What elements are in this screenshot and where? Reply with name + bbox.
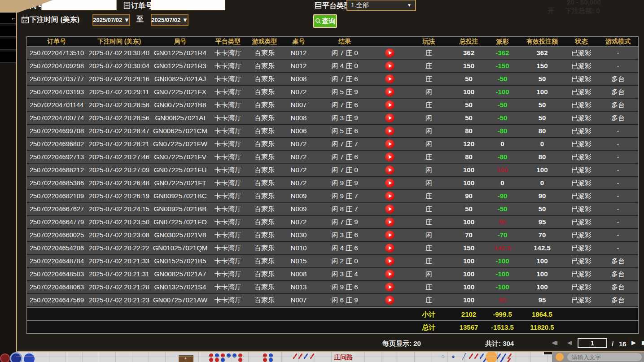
cell-valid: 100 [520, 281, 565, 293]
order-no-input[interactable] [151, 0, 225, 10]
cell-method: 闲 [405, 138, 452, 150]
cell-payout: 100 [485, 164, 520, 176]
cell-platform: 卡卡湾厅 [209, 47, 247, 59]
cell-replay [374, 294, 405, 306]
play-replay-button[interactable] [385, 74, 394, 83]
play-replay-button[interactable] [385, 192, 394, 201]
cell-replay [374, 125, 405, 137]
play-replay-button[interactable] [385, 166, 394, 174]
empty-cell [282, 308, 315, 320]
cell-result: 闲 7 庄 6 [315, 151, 374, 163]
cell-result: 闲 7 庄 0 [315, 164, 374, 176]
play-replay-button[interactable] [385, 48, 394, 57]
total-row: 总计13567-1513.511820.5 [27, 320, 638, 333]
cell-mode: - [598, 190, 638, 202]
cell-time: 2025-07-02 20:29:11 [87, 86, 152, 98]
empty-cell [87, 321, 152, 333]
date-to-select[interactable]: 2025/07/02 ▼ [151, 14, 188, 26]
table-row: 2507022046542062025-07-02 20:22:22GN0102… [27, 242, 638, 255]
chip-icon [22, 352, 36, 362]
date-from-select[interactable]: 2025/07/02 ▼ [92, 14, 130, 26]
page-number-input[interactable] [578, 338, 607, 348]
play-replay-button[interactable] [385, 205, 394, 214]
empty-cell [247, 308, 282, 320]
chat-input[interactable] [567, 353, 642, 361]
column-header: 结果 [315, 37, 374, 46]
total-payout: -1513.5 [485, 321, 520, 333]
background-hint-total: 下注总额: 0 [565, 7, 600, 15]
road-bead [263, 358, 267, 362]
play-replay-button[interactable] [385, 283, 394, 292]
play-icon [389, 233, 392, 237]
chat-bar [552, 352, 644, 362]
table-row: 2507022047037772025-07-02 20:29:16GN0082… [27, 73, 638, 86]
search-button[interactable]: 查询 [313, 14, 337, 28]
cell-result: 闲 7 庄 9 [315, 216, 374, 228]
cell-valid: 100 [520, 255, 565, 267]
cell-type: 百家乐 [247, 229, 282, 241]
cell-method: 庄 [405, 73, 452, 85]
play-replay-button[interactable] [385, 231, 394, 240]
play-replay-button[interactable] [385, 113, 394, 122]
play-replay-button[interactable] [385, 257, 394, 266]
chevron-down-icon: ▼ [407, 3, 412, 8]
cell-result: 闲 7 庄 6 [315, 73, 374, 85]
cell-payout: -100 [485, 281, 520, 293]
cell-replay [374, 242, 405, 254]
order-no-label: 订单号 [131, 1, 153, 11]
cell-order: 250702204699708 [27, 125, 87, 137]
cell-valid: 50 [520, 73, 565, 85]
play-replay-button[interactable] [385, 218, 394, 227]
play-replay-button[interactable] [385, 153, 394, 161]
cell-result: 闲 4 庄 6 [315, 242, 374, 254]
cell-time: 2025-07-02 20:30:04 [87, 60, 152, 72]
last-page-button[interactable]: ▶▶ [642, 339, 643, 346]
cell-time: 2025-07-02 20:28:56 [87, 112, 152, 124]
play-replay-button[interactable] [385, 244, 394, 253]
subtotal-label: 小计 [405, 308, 452, 320]
platform-type-select[interactable]: 1.全部 ▼ [346, 0, 416, 11]
cell-bet: 150 [452, 60, 485, 72]
cell-method: 庄 [405, 99, 452, 111]
play-replay-button[interactable] [385, 100, 394, 109]
play-replay-button[interactable] [385, 140, 394, 148]
play-replay-button[interactable] [385, 61, 394, 70]
cell-time: 2025-07-02 20:21:31 [87, 268, 152, 280]
cell-mode: - [598, 125, 638, 137]
first-page-button[interactable]: ◀◀ [552, 339, 553, 346]
cell-status: 已派彩 [565, 177, 598, 189]
cell-valid: 100 [520, 268, 565, 280]
cell-method: 闲 [405, 112, 452, 124]
table-row: 2507022046968022025-07-02 20:28:21GN0722… [27, 138, 638, 151]
cell-mode: 多台 [598, 268, 638, 280]
cell-platform: 卡卡湾厅 [209, 125, 247, 137]
cell-status: 已派彩 [565, 190, 598, 202]
cell-valid: 50 [520, 99, 565, 111]
play-icon [389, 207, 392, 211]
road-bead [209, 353, 213, 358]
cell-bet: 50 [452, 73, 485, 85]
background-left-column: ⌐ [0, 0, 16, 352]
column-header: 平台类型 [209, 37, 247, 46]
cell-game: GN008257021AI [152, 112, 209, 124]
bet-time-label: 下注时间 (美东) [30, 15, 79, 25]
cell-table: N010 [282, 242, 315, 254]
play-replay-button[interactable] [385, 179, 394, 188]
cell-type: 百家乐 [247, 86, 282, 98]
emoji-picker-icon[interactable] [556, 353, 564, 361]
play-replay-button[interactable] [385, 270, 394, 279]
play-replay-button[interactable] [385, 87, 394, 96]
cell-game: GN012257021R3 [152, 60, 209, 72]
cell-time: 2025-07-02 20:28:21 [87, 138, 152, 150]
play-replay-button[interactable] [385, 296, 394, 305]
cell-method: 闲 [405, 125, 452, 137]
cell-platform: 卡卡湾厅 [209, 164, 247, 176]
cell-game: GN009257021BC [152, 190, 209, 202]
cell-order: 250702204648063 [27, 281, 87, 293]
cell-method: 庄 [405, 190, 452, 202]
cell-valid: 80 [520, 125, 565, 137]
cell-mode: 多台 [598, 294, 638, 306]
play-replay-button[interactable] [385, 126, 394, 135]
subtotal-payout: -999.5 [485, 308, 520, 320]
cell-result: 闲 3 庄 9 [315, 112, 374, 124]
